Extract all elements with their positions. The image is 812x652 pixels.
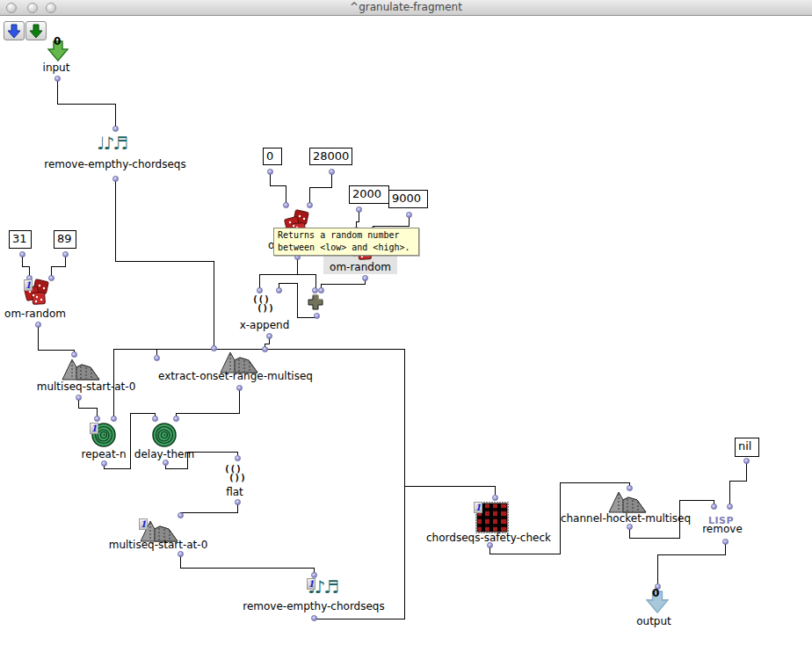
inlet-dot[interactable]	[178, 512, 184, 518]
inlet-dot[interactable]	[727, 503, 733, 510]
patch-cord[interactable]	[321, 280, 365, 288]
loop-icon[interactable]	[151, 422, 178, 448]
patch-cord[interactable]	[404, 486, 495, 495]
outlet-dot[interactable]	[743, 458, 750, 464]
plus-icon[interactable]	[307, 293, 324, 311]
node-numbox-31[interactable]: 31	[9, 230, 32, 249]
node-label-delay-them: delay-them	[68, 448, 261, 460]
eval-badge: 1	[90, 423, 98, 434]
patch-icon[interactable]	[608, 490, 645, 511]
patch-icon[interactable]	[220, 351, 258, 372]
outlet-dot[interactable]	[722, 539, 729, 545]
node-label-multiseq-start-at-0-1: multiseq-start-at-0	[0, 380, 183, 393]
node-numbox-28000[interactable]: 28000	[309, 148, 352, 165]
outlet-dot[interactable]	[19, 251, 25, 257]
outlet-dot[interactable]	[76, 395, 82, 401]
inlet-dot[interactable]	[318, 287, 324, 293]
patch-cord[interactable]	[297, 274, 315, 288]
outlet-dot[interactable]	[487, 542, 493, 548]
node-label-om-random-3: om-random	[0, 308, 132, 320]
patch-cord[interactable]	[729, 463, 746, 504]
eval-badge: 0	[652, 587, 659, 599]
inlet-dot[interactable]	[711, 503, 717, 510]
inlet-dot[interactable]	[312, 287, 318, 293]
patch-cord[interactable]	[57, 81, 115, 127]
patch-cord[interactable]	[373, 217, 409, 228]
patch-cord[interactable]	[180, 556, 314, 573]
patch-cord[interactable]	[309, 174, 331, 203]
outlet-dot[interactable]	[362, 275, 368, 281]
inlet-dot[interactable]	[112, 126, 119, 132]
outlet-dot[interactable]	[178, 551, 184, 557]
node-numbox-0[interactable]: 0	[263, 148, 282, 165]
inlet-dot[interactable]	[71, 351, 77, 358]
patch-wires	[0, 0, 812, 652]
inlet-dot[interactable]	[257, 287, 263, 293]
patch-cord[interactable]	[38, 327, 74, 352]
node-numbox-nil[interactable]: nil	[735, 438, 759, 457]
patch-cord[interactable]	[176, 390, 239, 417]
tooltip-line1: Returns a random number	[278, 229, 415, 242]
patch-cord[interactable]	[22, 257, 29, 276]
patch-cord[interactable]	[51, 257, 65, 276]
outlet-dot[interactable]	[235, 499, 241, 505]
tooltip: Returns a random number between <low> an…	[273, 228, 419, 256]
node-numbox-89[interactable]: 89	[54, 230, 76, 249]
notes-icon[interactable]: ♩♪♬	[97, 132, 132, 156]
node-label-om-random-2: om-random	[264, 261, 457, 273]
inlet-dot[interactable]	[94, 416, 100, 422]
outlet-dot[interactable]	[329, 169, 335, 175]
outlet-dot[interactable]	[112, 176, 119, 182]
patch-icon[interactable]	[62, 358, 100, 380]
list-icon[interactable]: (()())	[252, 295, 277, 316]
eval-badge: 1	[307, 578, 315, 590]
outlet-dot[interactable]	[627, 524, 633, 530]
inlet-dot[interactable]	[173, 416, 179, 422]
outlet-dot[interactable]	[266, 333, 272, 339]
inlet-dot[interactable]	[283, 202, 289, 208]
lisp-icon[interactable]: LISP	[708, 511, 740, 522]
outlet-dot[interactable]	[163, 460, 169, 466]
outlet-dot[interactable]	[406, 212, 412, 218]
node-label-remove-empthy-chordseqs-1: remove-empthy-chordseqs	[18, 158, 212, 170]
inlet-dot[interactable]	[627, 485, 633, 491]
node-label-multiseq-start-at-0-2: multiseq-start-at-0	[62, 539, 255, 551]
node-label-remove-lisp: remove	[626, 523, 812, 535]
outlet-dot[interactable]	[267, 169, 273, 175]
patch-cord[interactable]	[78, 400, 97, 417]
node-label-x-append: x-append	[168, 319, 361, 331]
patch-cord[interactable]	[270, 174, 286, 203]
patch-window: ^granulate-fragment 0input♩♪♬remove-empt…	[0, 0, 812, 652]
outlet-dot[interactable]	[236, 385, 243, 391]
inlet-dot[interactable]	[311, 572, 317, 578]
node-numbox-2000[interactable]: 2000	[349, 185, 389, 204]
inlet-dot[interactable]	[211, 345, 217, 351]
outlet-dot[interactable]	[356, 206, 362, 213]
inlet-dot[interactable]	[492, 495, 498, 501]
node-label-output: output	[557, 615, 750, 627]
inlet-dot[interactable]	[154, 355, 160, 361]
outlet-dot[interactable]	[101, 460, 107, 467]
outlet-dot[interactable]	[314, 313, 320, 319]
outlet-dot[interactable]	[62, 251, 69, 257]
inlet-dot[interactable]	[262, 346, 268, 352]
inlet-dot[interactable]	[276, 287, 282, 293]
eval-badge: 0	[54, 35, 61, 47]
outlet-dot[interactable]	[35, 322, 41, 328]
inlet-dot[interactable]	[152, 416, 158, 422]
node-numbox-9000[interactable]: 9000	[388, 190, 428, 208]
node-label-remove-empthy-chordseqs-2: remove-empthy-chordseqs	[217, 600, 410, 612]
patch-cord[interactable]	[657, 544, 725, 583]
node-label-input: input	[0, 62, 153, 74]
inlet-dot[interactable]	[111, 416, 117, 422]
eval-badge: 1	[139, 518, 148, 530]
outlet-dot[interactable]	[54, 76, 61, 82]
outlet-dot[interactable]	[311, 615, 317, 621]
inlet-dot[interactable]	[48, 275, 54, 281]
patch-cord[interactable]	[356, 212, 359, 228]
list-icon[interactable]: (()())	[224, 465, 247, 484]
inlet-dot[interactable]	[307, 202, 313, 208]
eval-badge: 1	[474, 502, 482, 513]
inlet-dot[interactable]	[235, 455, 241, 461]
patch-cord[interactable]	[180, 504, 237, 513]
